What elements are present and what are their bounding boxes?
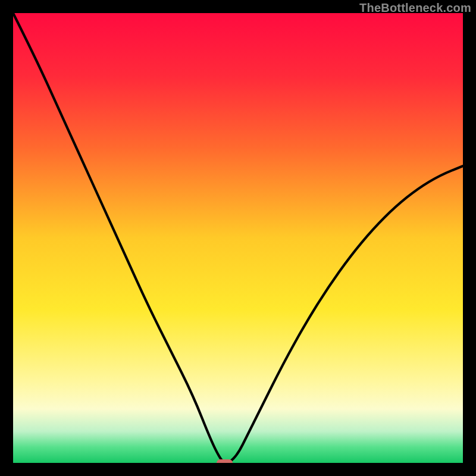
plot-area xyxy=(13,13,463,463)
chart-frame: TheBottleneck.com xyxy=(0,0,476,476)
curve-layer xyxy=(13,13,463,463)
watermark-text: TheBottleneck.com xyxy=(359,1,471,15)
optimal-marker xyxy=(217,459,232,463)
bottleneck-curve xyxy=(13,13,463,463)
